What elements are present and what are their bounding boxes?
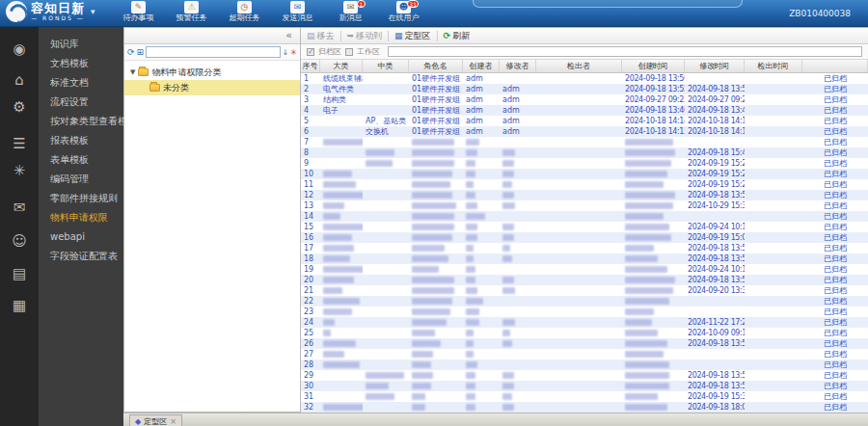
column-header-角色名[interactable]: 角色名: [409, 60, 463, 72]
table-row[interactable]: 212024-09-20 13:33已归档: [301, 285, 868, 296]
sidebar-item-流程设置[interactable]: 流程设置: [39, 93, 123, 112]
header-tool-4[interactable]: ✉发送消息: [271, 0, 324, 27]
column-header-修改者[interactable]: 修改者: [500, 60, 536, 72]
cell-mtime: [685, 211, 745, 222]
table-row[interactable]: 82024-09-18 15:41已归档: [301, 147, 868, 158]
table-row[interactable]: 172024-09-18 13:56已归档: [301, 243, 868, 253]
filter-input[interactable]: [388, 46, 862, 57]
column-header-中类[interactable]: 中类: [363, 60, 409, 72]
column-header-修改时间[interactable]: 修改时间: [685, 60, 745, 72]
cell-status: 已归档: [802, 243, 868, 253]
table-row[interactable]: 27已归档: [301, 349, 868, 359]
column-header-创建时间[interactable]: 创建时间: [622, 60, 685, 72]
archive-zone-checkbox[interactable]: [307, 48, 314, 56]
tree-expander-icon[interactable]: ▼: [130, 65, 135, 80]
table-row[interactable]: 23已归档: [301, 306, 868, 317]
table-row[interactable]: 322024-09-18 18:04已归档: [301, 402, 868, 413]
table-row[interactable]: 162024-09-19 15:05已归档: [301, 232, 868, 243]
header-tool-6[interactable]: ☻在线用户31: [377, 0, 430, 27]
column-header-检出时间[interactable]: 检出时间: [745, 60, 802, 72]
collapse-panel-button[interactable]: «: [285, 29, 292, 41]
redacted-text: [412, 181, 450, 188]
redacted-text: [625, 298, 669, 305]
table-row[interactable]: 202024-09-18 13:54已归档: [301, 275, 868, 285]
column-header-大类[interactable]: 大类: [320, 60, 363, 72]
tree-node-unclassified[interactable]: 未分类: [124, 80, 300, 95]
table-row[interactable]: 102024-09-19 15:23已归档: [301, 169, 868, 179]
ronds-mini-logo-icon[interactable]: ◉: [0, 40, 39, 58]
table-row[interactable]: 262024-09-18 13:51已归档: [301, 338, 868, 349]
chat-icon[interactable]: ✉: [0, 199, 39, 216]
column-header-检出者[interactable]: 检出者: [536, 60, 622, 72]
refresh-icon: ⟳: [444, 31, 451, 40]
table-row[interactable]: 28已归档: [301, 359, 868, 370]
table-row[interactable]: 22已归档: [301, 296, 868, 306]
sidebar-item-按对象类型查看模板[interactable]: 按对象类型查看模板: [39, 112, 123, 131]
close-tab-icon[interactable]: ×: [170, 417, 176, 426]
table-row[interactable]: 3结构类01硬件开发组admadm2024-09-27 09:232024-09…: [301, 94, 868, 105]
sidebar-item-报表模板[interactable]: 报表模板: [39, 131, 123, 150]
tree-search-input[interactable]: [146, 46, 281, 58]
table-row[interactable]: 182024-09-18 13:56已归档: [301, 253, 868, 264]
tree-search-clear-icon[interactable]: ✳: [290, 48, 297, 57]
cell-ctime: 2024-10-18 14:14: [622, 116, 685, 126]
cell-status: 已归档: [802, 232, 868, 243]
column-header-status[interactable]: [802, 60, 868, 72]
column-header-创建者[interactable]: 创建者: [463, 60, 500, 72]
sidebar-item-知识库[interactable]: 知识库: [39, 35, 123, 54]
table-row[interactable]: 302024-09-18 13:59已归档: [301, 381, 868, 391]
logo-dropdown-caret[interactable]: ▾: [91, 7, 95, 16]
toolbar-button-刷新[interactable]: ⟳刷新: [444, 30, 471, 42]
table-row[interactable]: 122024-09-18 13:54已归档: [301, 190, 868, 200]
header-tool-2[interactable]: ⚠预警任务: [165, 0, 218, 27]
table-row[interactable]: 152024-09-24 10:11已归档: [301, 222, 868, 232]
sidebar-item-表单模板[interactable]: 表单模板: [39, 150, 123, 170]
cell-role: 01硬件开发组: [409, 116, 463, 126]
column-header-序号[interactable]: 序号: [301, 60, 320, 72]
home-icon[interactable]: ⌂: [0, 71, 39, 89]
tree-node-root[interactable]: ▼ 物料申请权限分类: [124, 65, 300, 80]
cell-role: [409, 370, 463, 381]
cell-status: 已归档: [802, 105, 868, 116]
table-row[interactable]: 252024-10-09 09:18已归档: [301, 328, 868, 338]
bottom-tab-dingxingqu[interactable]: ◆ 定型区 ×: [129, 414, 182, 426]
table-row[interactable]: 312024-09-19 15:30已归档: [301, 391, 868, 402]
table-row[interactable]: 14已归档: [301, 211, 868, 222]
table-row[interactable]: 92024-09-19 15:23已归档: [301, 158, 868, 169]
data-settings-icon[interactable]: ⚙: [0, 98, 39, 116]
table-row[interactable]: 4电子01硬件开发组admadm2024-09-18 13:462024-09-…: [301, 105, 868, 116]
tree-panel: « ⟳ ⊞ ↓ ✳ ▼ 物料申请权限分类 未分类: [123, 27, 301, 413]
sidebar-item-标准文档[interactable]: 标准文档: [39, 73, 123, 93]
redacted-text: [466, 192, 475, 199]
tree-refresh-icon[interactable]: ⟳: [127, 46, 135, 58]
table-row[interactable]: 242024-11-22 17:25已归档: [301, 317, 868, 328]
database-icon[interactable]: ☰: [0, 135, 39, 152]
id-card-icon[interactable]: ▦: [0, 297, 39, 314]
sidebar-item-文档模板[interactable]: 文档模板: [39, 54, 123, 73]
tree-expand-icon[interactable]: ⊞: [137, 46, 145, 58]
loading-spinner-icon[interactable]: ✳: [0, 162, 39, 179]
toolbar-button-定型区[interactable]: ▦定型区: [394, 30, 431, 42]
sidebar-item-webapi[interactable]: webapi: [39, 227, 123, 247]
table-row[interactable]: 5AP、基站类01硬件开发组admadm2024-10-18 14:142024…: [301, 116, 868, 126]
table-row[interactable]: 2电气件类01硬件开发组admadm2024-09-18 13:522024-0…: [301, 84, 868, 94]
tree-search-go-icon[interactable]: ↓: [283, 48, 289, 57]
sidebar-item-零部件拼接规则[interactable]: 零部件拼接规则: [39, 189, 123, 208]
table-row[interactable]: 112024-09-19 15:23已归档: [301, 179, 868, 190]
table-row[interactable]: 7已归档: [301, 137, 868, 147]
sidebar-item-字段验证配置表[interactable]: 字段验证配置表: [39, 247, 123, 266]
work-zone-checkbox[interactable]: [345, 48, 353, 56]
table-row[interactable]: 192024-09-24 10:11已归档: [301, 264, 868, 275]
table-row[interactable]: 6交换机01硬件开发组admadm2024-10-18 14:132024-10…: [301, 126, 868, 137]
header-tool-1[interactable]: ✎待办事项: [112, 0, 165, 27]
table-row[interactable]: 292024-09-18 13:59已归档: [301, 370, 868, 381]
table-row[interactable]: 132024-10-29 15:35已归档: [301, 200, 868, 211]
sidebar-item-编码管理[interactable]: 编码管理: [39, 170, 123, 189]
sidebar-item-物料申请权限[interactable]: 物料申请权限: [39, 208, 123, 227]
header-tool-5[interactable]: ✉新消息1: [324, 0, 377, 27]
app-logo[interactable]: 容知日新 — RONDS — ▾: [6, 1, 95, 22]
book-icon[interactable]: ▤: [0, 265, 39, 282]
table-row[interactable]: 1线缆线束辅材料类01硬件开发组adm2024-09-18 13:56已归档: [301, 73, 868, 84]
user-circle-icon[interactable]: ☺: [0, 232, 39, 250]
header-tool-3[interactable]: ◷超期任务: [218, 0, 271, 27]
